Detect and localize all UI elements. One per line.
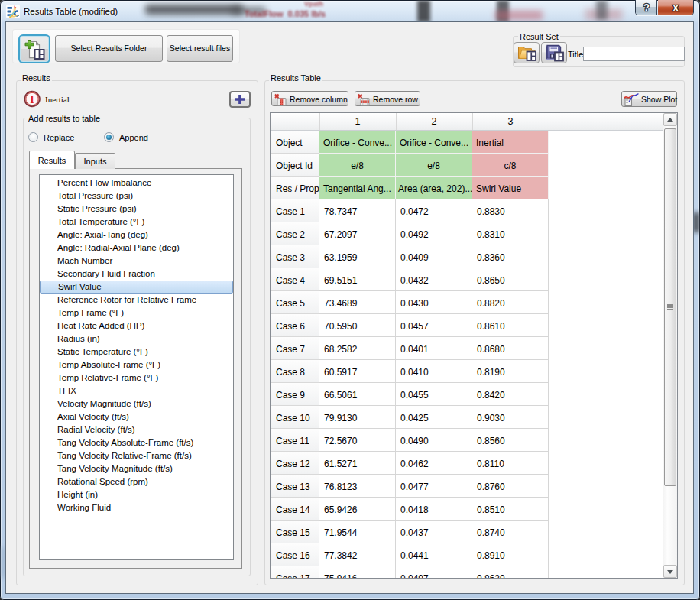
svg-text:x: x [673,2,679,13]
svg-text:?: ? [643,2,650,13]
svg-text:I: I [30,94,34,105]
